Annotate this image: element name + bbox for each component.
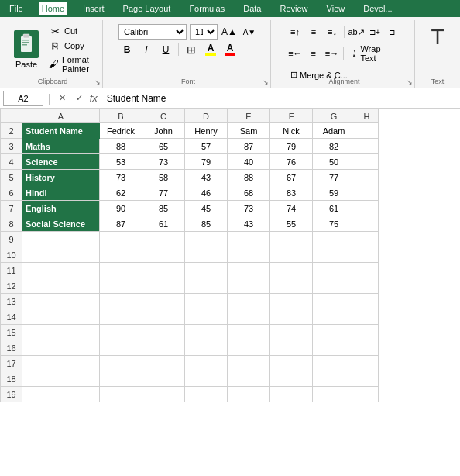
cell-c8[interactable]: 61	[142, 216, 185, 232]
cell-f15[interactable]	[270, 325, 313, 340]
cell-c7[interactable]: 85	[142, 201, 185, 216]
row-header-6[interactable]: 6	[1, 185, 22, 201]
cell-b9[interactable]	[100, 232, 142, 247]
indent-increase-button[interactable]: ⊐+	[366, 24, 383, 40]
decrease-font-button[interactable]: A▼	[241, 24, 258, 40]
cell-h8[interactable]	[355, 216, 379, 232]
cell-e10[interactable]	[228, 247, 270, 263]
cell-b3[interactable]: 88	[100, 139, 142, 154]
cell-h2[interactable]	[355, 123, 379, 139]
cell-b18[interactable]	[100, 371, 142, 387]
cell-c12[interactable]	[142, 278, 185, 294]
cell-b13[interactable]	[100, 294, 142, 309]
cell-a15[interactable]	[22, 325, 100, 340]
paste-button[interactable]: Paste	[9, 25, 43, 74]
cell-d12[interactable]	[185, 278, 228, 294]
cell-f13[interactable]	[270, 294, 313, 309]
cell-f16[interactable]	[270, 340, 313, 356]
cell-f4[interactable]: 76	[270, 154, 313, 170]
cell-g7[interactable]: 61	[313, 201, 355, 216]
cell-d17[interactable]	[185, 356, 228, 371]
cell-h13[interactable]	[355, 294, 379, 309]
cell-e2[interactable]: Sam	[228, 123, 270, 139]
cell-f18[interactable]	[270, 371, 313, 387]
cell-a9[interactable]	[22, 232, 100, 247]
cell-h19[interactable]	[355, 387, 379, 402]
row-header-11[interactable]: 11	[1, 263, 22, 278]
cell-e11[interactable]	[228, 263, 270, 278]
cell-h16[interactable]	[355, 340, 379, 356]
cell-h15[interactable]	[355, 325, 379, 340]
font-color-button[interactable]: A	[221, 42, 239, 57]
cell-d15[interactable]	[185, 325, 228, 340]
row-header-14[interactable]: 14	[1, 309, 22, 325]
cell-e18[interactable]	[228, 371, 270, 387]
cell-e15[interactable]	[228, 325, 270, 340]
cell-c16[interactable]	[142, 340, 185, 356]
indent-decrease-button[interactable]: ⊐-	[385, 24, 402, 40]
cell-b12[interactable]	[100, 278, 142, 294]
cell-g19[interactable]	[313, 387, 355, 402]
cell-f9[interactable]	[270, 232, 313, 247]
cell-h6[interactable]	[355, 185, 379, 201]
cell-g16[interactable]	[313, 340, 355, 356]
cell-g8[interactable]: 75	[313, 216, 355, 232]
cell-e14[interactable]	[228, 309, 270, 325]
row-header-18[interactable]: 18	[1, 371, 22, 387]
copy-button[interactable]: ⎘ Copy	[46, 40, 96, 53]
cut-button[interactable]: ✂ Cut	[46, 25, 96, 38]
row-header-15[interactable]: 15	[1, 325, 22, 340]
cell-h7[interactable]	[355, 201, 379, 216]
col-header-b[interactable]: B	[100, 109, 142, 123]
cell-h3[interactable]	[355, 139, 379, 154]
col-header-h[interactable]: H	[355, 109, 379, 123]
cell-d16[interactable]	[185, 340, 228, 356]
menu-insert[interactable]: Insert	[80, 2, 108, 15]
clipboard-expand-icon[interactable]: ↘	[94, 78, 101, 86]
cell-b11[interactable]	[100, 263, 142, 278]
cell-e12[interactable]	[228, 278, 270, 294]
col-header-e[interactable]: E	[228, 109, 270, 123]
row-header-10[interactable]: 10	[1, 247, 22, 263]
cell-b2[interactable]: Fedrick	[100, 123, 142, 139]
cell-a3[interactable]: Maths	[22, 139, 100, 154]
menu-home[interactable]: Home	[39, 2, 67, 15]
col-header-a[interactable]: A	[22, 109, 100, 123]
cell-h12[interactable]	[355, 278, 379, 294]
fill-color-button[interactable]: A	[202, 42, 219, 57]
menu-page-layout[interactable]: Page Layout	[120, 2, 174, 15]
row-header-5[interactable]: 5	[1, 170, 22, 185]
cell-g4[interactable]: 50	[313, 154, 355, 170]
cell-e17[interactable]	[228, 356, 270, 371]
cell-c15[interactable]	[142, 325, 185, 340]
cell-d5[interactable]: 43	[185, 170, 228, 185]
cell-a8[interactable]: Social Science	[22, 216, 100, 232]
cell-b16[interactable]	[100, 340, 142, 356]
cell-e9[interactable]	[228, 232, 270, 247]
cell-a14[interactable]	[22, 309, 100, 325]
cell-b4[interactable]: 53	[100, 154, 142, 170]
cell-a11[interactable]	[22, 263, 100, 278]
bold-button[interactable]: B	[118, 42, 136, 57]
cell-a18[interactable]	[22, 371, 100, 387]
cell-g17[interactable]	[313, 356, 355, 371]
col-header-d[interactable]: D	[185, 109, 228, 123]
cell-h11[interactable]	[355, 263, 379, 278]
format-painter-button[interactable]: 🖌 Format Painter	[46, 54, 96, 74]
cell-c13[interactable]	[142, 294, 185, 309]
cell-h10[interactable]	[355, 247, 379, 263]
cell-h18[interactable]	[355, 371, 379, 387]
cell-c3[interactable]: 65	[142, 139, 185, 154]
cell-b17[interactable]	[100, 356, 142, 371]
cell-e6[interactable]: 68	[228, 185, 270, 201]
cell-g6[interactable]: 59	[313, 185, 355, 201]
cell-f17[interactable]	[270, 356, 313, 371]
formula-input[interactable]	[104, 93, 457, 104]
cell-h4[interactable]	[355, 154, 379, 170]
cell-e19[interactable]	[228, 387, 270, 402]
cell-f10[interactable]	[270, 247, 313, 263]
cell-d9[interactable]	[185, 232, 228, 247]
row-header-2[interactable]: 2	[1, 123, 22, 139]
alignment-expand-icon[interactable]: ↘	[407, 78, 413, 86]
row-header-16[interactable]: 16	[1, 340, 22, 356]
